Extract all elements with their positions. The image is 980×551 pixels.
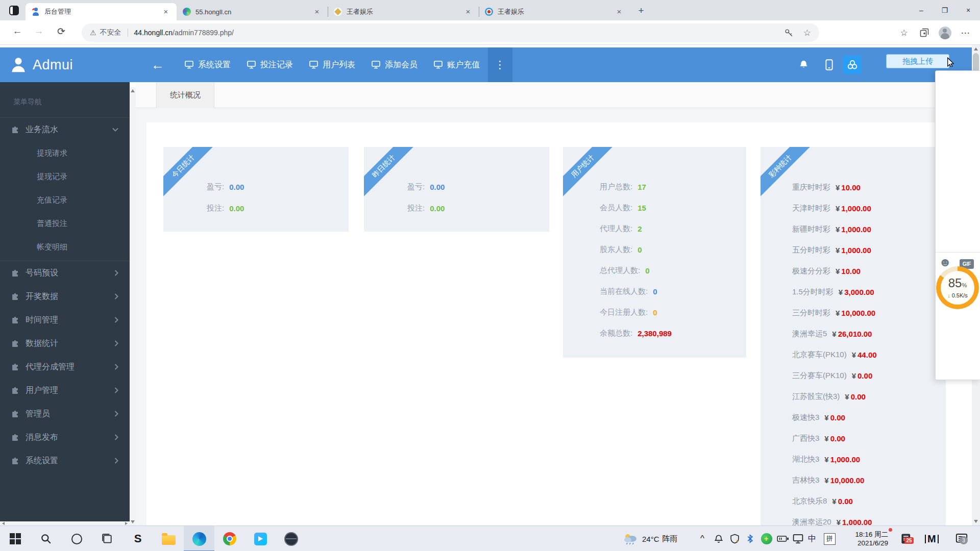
- restore-button[interactable]: ❐: [933, 0, 957, 20]
- lottery-label: 极速快3: [792, 413, 819, 422]
- chevron-right-icon: [114, 364, 118, 370]
- network-display-icon[interactable]: [793, 526, 803, 551]
- drag-upload-icon[interactable]: [843, 56, 862, 74]
- yen-sign: ¥: [824, 413, 828, 422]
- nav-item[interactable]: 账户充值: [426, 47, 488, 82]
- browser-tab[interactable]: 王者娱乐 ×: [479, 3, 630, 20]
- sidebar-item[interactable]: 用户管理: [0, 379, 130, 402]
- minimize-button[interactable]: –: [910, 0, 933, 20]
- taskbar-search-button[interactable]: [31, 526, 61, 551]
- new-tab-button[interactable]: +: [634, 4, 648, 18]
- mobile-phone-icon[interactable]: [820, 47, 838, 82]
- media-app-button[interactable]: [245, 526, 276, 551]
- sidebar-subitem-label: 充值记录: [37, 195, 67, 205]
- stat-label: 盈亏:: [407, 182, 425, 192]
- scroll-down-icon[interactable]: [974, 520, 978, 523]
- lottery-row: 极速快3¥0.00: [792, 407, 946, 428]
- tab-close-icon[interactable]: ×: [615, 7, 624, 16]
- add-favorite-star-icon[interactable]: ☆: [803, 28, 811, 38]
- task-view-button[interactable]: [92, 526, 122, 551]
- scroll-down-icon[interactable]: [131, 520, 135, 523]
- file-explorer-button[interactable]: [153, 526, 184, 551]
- tab-statistics-overview[interactable]: 统计概况: [156, 82, 214, 108]
- chevron-right-icon: [114, 270, 118, 276]
- sidebar-item[interactable]: 消息发布: [0, 425, 130, 449]
- sidebar-item[interactable]: 系统设置: [0, 449, 130, 472]
- puzzle-icon: [11, 316, 19, 324]
- brand[interactable]: Admui: [0, 56, 130, 74]
- profile-avatar[interactable]: [936, 24, 953, 41]
- scroll-left-icon[interactable]: [2, 522, 5, 525]
- lottery-label: 北京快乐8: [792, 496, 827, 506]
- browser-app-button[interactable]: [276, 526, 306, 551]
- start-button[interactable]: [0, 526, 31, 551]
- password-key-icon[interactable]: [785, 29, 793, 37]
- nav-more-button[interactable]: ⋮: [488, 47, 512, 82]
- tab-close-icon[interactable]: ×: [463, 7, 473, 16]
- tab-actions-button[interactable]: [5, 2, 22, 19]
- edge-button[interactable]: [184, 526, 214, 551]
- browser-tab[interactable]: 55.hongll.cn ×: [177, 3, 328, 20]
- sidebar-item[interactable]: 号码预设: [0, 261, 130, 285]
- ime-language-button[interactable]: 中: [808, 526, 816, 551]
- favorites-icon[interactable]: ☆: [895, 24, 913, 41]
- reload-button[interactable]: ⟳: [53, 26, 69, 37]
- m-app-tray-icon[interactable]: M: [925, 526, 939, 551]
- yen-sign: ¥: [824, 455, 828, 464]
- lottery-label: 吉林快3: [792, 475, 819, 485]
- sidebar-subitem[interactable]: 充值记录: [0, 188, 130, 212]
- sidebar-subitem[interactable]: 提现请求: [0, 141, 130, 165]
- sidebar-item-business-flow[interactable]: 业务流水: [0, 118, 130, 141]
- notification-bell-tray-icon[interactable]: [714, 526, 723, 551]
- bluetooth-icon[interactable]: [746, 526, 754, 551]
- action-center-button[interactable]: 3: [953, 526, 970, 551]
- battery-manager-icon[interactable]: +: [761, 526, 772, 551]
- sidebar-hscrollbar[interactable]: [0, 521, 130, 525]
- sidebar-item[interactable]: 代理分成管理: [0, 355, 130, 379]
- sidebar-item[interactable]: 数据统计: [0, 332, 130, 355]
- close-button[interactable]: ×: [957, 0, 980, 20]
- lottery-label: 极速分分彩: [792, 266, 830, 276]
- chrome-button[interactable]: [214, 526, 245, 551]
- sidebar-item[interactable]: 管理员: [0, 402, 130, 425]
- browser-tab[interactable]: 后台管理 ×: [26, 3, 177, 20]
- defender-shield-icon[interactable]: [730, 526, 740, 551]
- collapse-back-arrow[interactable]: ←: [151, 57, 164, 73]
- clock-date: 2021/6/29: [842, 539, 888, 547]
- scroll-up-icon[interactable]: [131, 89, 135, 92]
- tab-close-icon[interactable]: ×: [161, 7, 170, 16]
- nav-item[interactable]: 系统设置: [177, 47, 239, 82]
- address-bar[interactable]: ⚠ 不安全 44.hongll.cn /admin778899.php/ ☆: [82, 23, 819, 42]
- notifications-bell-icon[interactable]: [794, 47, 813, 82]
- nav-item[interactable]: 用户列表: [301, 47, 363, 82]
- sidebar-item[interactable]: 时间管理: [0, 308, 130, 332]
- sidebar-subitem[interactable]: 普通投注: [0, 212, 130, 235]
- sidebar-subitem[interactable]: 帐变明细: [0, 235, 130, 259]
- browser-tab[interactable]: 王者娱乐 ×: [328, 3, 479, 20]
- mail-app-tray-icon[interactable]: 25: [898, 526, 915, 551]
- scroll-up-icon[interactable]: [974, 47, 978, 51]
- sidebar-subitem[interactable]: 提现记录: [0, 165, 130, 188]
- weather-status[interactable]: 24°C 阵雨: [642, 526, 678, 551]
- app-s[interactable]: S: [122, 526, 153, 551]
- sidebar-section-label: 菜单导航: [13, 97, 130, 107]
- sidebar-item[interactable]: 开奖数据: [0, 285, 130, 308]
- nav-item[interactable]: 投注记录: [239, 47, 301, 82]
- download-progress-ring[interactable]: 85% ↓ 0.5K/s: [936, 266, 979, 309]
- show-hidden-icons-button[interactable]: ^: [700, 526, 704, 551]
- browser-menu-icon[interactable]: ⋯: [957, 24, 974, 41]
- taskbar-clock[interactable]: 18:16 周二 2021/6/29: [842, 530, 888, 547]
- nav-item[interactable]: 添加会员: [363, 47, 426, 82]
- sidebar-scrollbar[interactable]: [130, 87, 136, 525]
- weather-button[interactable]: [623, 526, 638, 551]
- collections-icon[interactable]: [916, 24, 933, 41]
- yen-sign: ¥: [836, 204, 840, 213]
- power-plug-icon[interactable]: [777, 526, 789, 551]
- emoji-smiley-icon[interactable]: ☻: [939, 256, 951, 269]
- ime-pinyin-button[interactable]: 拼: [824, 526, 836, 551]
- tab-close-icon[interactable]: ×: [312, 7, 322, 16]
- cortana-button[interactable]: [61, 526, 92, 551]
- forward-button[interactable]: →: [31, 26, 47, 37]
- scroll-right-icon[interactable]: [125, 522, 128, 525]
- back-button[interactable]: ←: [9, 26, 26, 37]
